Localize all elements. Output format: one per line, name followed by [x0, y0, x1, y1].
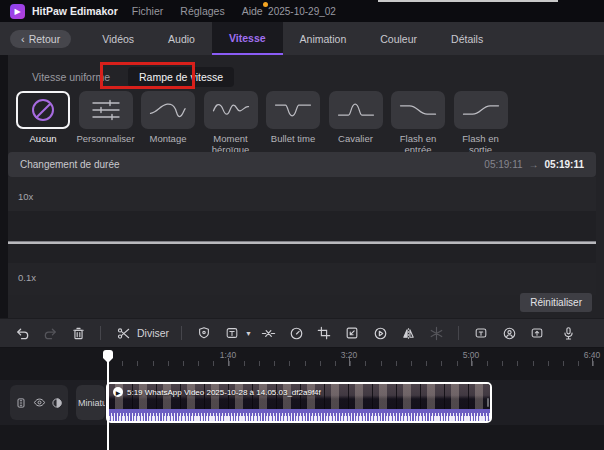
reset-button[interactable]: Réinitialiser	[520, 293, 592, 312]
back-button[interactable]: ‹ Retour	[10, 30, 71, 48]
text-style-icon[interactable]	[220, 321, 244, 345]
clip-trim-handle[interactable]	[487, 398, 489, 407]
split-button[interactable]	[111, 321, 135, 345]
ruler-major-tick	[471, 358, 472, 366]
tabbar: ‹ Retour Vidéos Audio Vitesse Animation …	[0, 22, 604, 55]
clip-audio-waveform	[108, 409, 490, 421]
track-header	[10, 385, 68, 420]
clip-title: 5:19 WhatsApp Video 2025-10-28 à 14.05.0…	[127, 388, 321, 397]
timeline[interactable]: 1:40 3:20 5:00 6:40 Miniature ▶ 5:19 Wha…	[0, 348, 604, 450]
menu-aide[interactable]: Aide	[242, 5, 263, 17]
playhead-line[interactable]	[107, 350, 109, 450]
split-label[interactable]: Diviser	[137, 327, 169, 339]
app-name: HitPaw Edimakor	[32, 5, 118, 17]
cut-out-icon[interactable]	[256, 321, 280, 345]
microphone-icon[interactable]	[556, 321, 580, 345]
mode-vitesse-uniforme[interactable]: Vitesse uniforme	[24, 67, 118, 87]
audio-mute-icon[interactable]	[51, 397, 63, 409]
speed-presets: Aucun Personnaliser Montage Moment héroï…	[16, 91, 508, 155]
freeze-frame-icon[interactable]	[424, 321, 448, 345]
timeline-ruler[interactable]: 1:40 3:20 5:00 6:40	[0, 348, 604, 368]
preset-flash-sortie[interactable]: Flash en sortie	[454, 91, 508, 155]
project-title: 2025-10-29_02	[268, 0, 336, 22]
crop-icon[interactable]	[312, 321, 336, 345]
curve-bump-icon	[336, 97, 376, 123]
duration-change-bar: Changement de durée 05:19:11 → 05:19:11	[8, 152, 596, 177]
eye-visibility-icon[interactable]	[33, 396, 46, 409]
flip-icon[interactable]	[396, 321, 420, 345]
graph-min-label: 0.1x	[18, 272, 36, 283]
film-track-icon[interactable]	[15, 397, 27, 409]
preset-cavalier[interactable]: Cavalier	[329, 91, 383, 155]
thumbnail-toggle[interactable]: Miniature	[76, 385, 105, 420]
ruler-major-tick	[592, 358, 593, 366]
prohibition-icon	[32, 99, 54, 121]
ruler-minor-ticks	[107, 361, 604, 366]
motion-icon[interactable]	[368, 321, 392, 345]
tab-vitesse[interactable]: Vitesse	[212, 22, 283, 55]
clip-label: ▶ 5:19 WhatsApp Video 2025-10-28 à 14.05…	[113, 387, 321, 397]
graph-max-label: 10x	[18, 191, 33, 202]
ruler-major-tick	[228, 358, 229, 366]
avatar-icon[interactable]	[497, 321, 521, 345]
preset-personnaliser[interactable]: Personnaliser	[79, 91, 133, 155]
app-logo-icon: ▶	[10, 4, 25, 19]
toolbar-divider	[181, 326, 182, 340]
speed-icon[interactable]	[284, 321, 308, 345]
curve-dip-icon	[273, 97, 313, 123]
mask-icon[interactable]	[192, 321, 216, 345]
sliders-icon	[89, 98, 123, 122]
arrow-right-icon: →	[529, 159, 539, 170]
menubar: ▶ HitPaw Edimakor Fichier Réglages Aide …	[0, 0, 604, 22]
app-window: ▶ HitPaw Edimakor Fichier Réglages Aide …	[0, 0, 604, 450]
tab-details[interactable]: Détails	[434, 22, 500, 55]
timeline-toolbar: Diviser ▼	[0, 318, 604, 348]
upload-icon[interactable]	[525, 321, 549, 345]
speed-curve-graph[interactable]: 10x 0.1x	[8, 177, 596, 295]
delete-button[interactable]	[66, 321, 90, 345]
chevron-left-icon: ‹	[21, 33, 25, 45]
tab-animation[interactable]: Animation	[283, 22, 364, 55]
preset-moment-heroique[interactable]: Moment héroïque	[204, 91, 258, 155]
menu-fichier[interactable]: Fichier	[132, 5, 164, 17]
duration-to: 05:19:11	[545, 159, 584, 170]
redo-button[interactable]	[38, 321, 62, 345]
ruler-major-tick	[349, 358, 350, 366]
caption-icon[interactable]	[469, 321, 493, 345]
curve-ease-in-icon	[398, 97, 438, 123]
tab-audio[interactable]: Audio	[151, 22, 212, 55]
toolbar-divider	[458, 326, 459, 340]
video-clip[interactable]: ▶ 5:19 WhatsApp Video 2025-10-28 à 14.05…	[106, 382, 492, 423]
preset-montage[interactable]: Montage	[141, 91, 195, 155]
play-icon: ▶	[113, 387, 123, 397]
resize-icon[interactable]	[340, 321, 364, 345]
curve-hero-icon	[211, 97, 251, 123]
menu-reglages[interactable]: Réglages	[180, 5, 224, 17]
undo-button[interactable]	[10, 321, 34, 345]
toolbar-divider	[100, 326, 101, 340]
notification-dot	[263, 2, 268, 7]
preset-aucun[interactable]: Aucun	[16, 91, 70, 155]
screen-edge-artifact	[378, 0, 558, 2]
speed-panel: Vitesse uniforme Rampe de vitesse Aucun …	[0, 55, 604, 318]
tab-videos[interactable]: Vidéos	[85, 22, 151, 55]
duration-from: 05:19:11	[484, 159, 522, 170]
chevron-down-icon[interactable]: ▼	[245, 330, 252, 337]
preset-flash-entree[interactable]: Flash en entrée	[391, 91, 445, 155]
speed-curve-line[interactable]	[8, 241, 596, 244]
curve-ease-out-icon	[461, 97, 501, 123]
curve-montage-icon	[148, 97, 188, 123]
speed-mode-tabs: Vitesse uniforme Rampe de vitesse	[24, 67, 234, 87]
tab-couleur[interactable]: Couleur	[363, 22, 434, 55]
mode-rampe-de-vitesse[interactable]: Rampe de vitesse	[128, 67, 234, 87]
preset-bullet-time[interactable]: Bullet time	[266, 91, 320, 155]
